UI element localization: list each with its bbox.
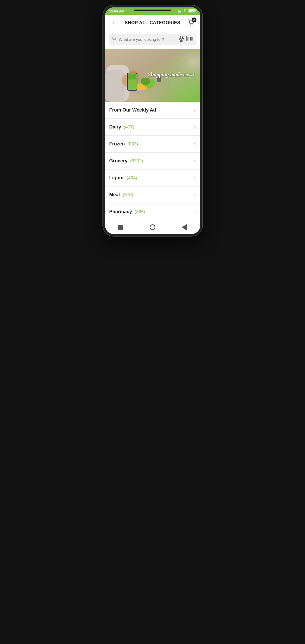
svg-rect-33 — [105, 70, 125, 102]
status-time: 12:04 AM — [109, 9, 124, 13]
category-count: (497) — [124, 125, 134, 130]
home-icon — [150, 224, 155, 230]
search-actions — [179, 36, 193, 43]
hero-banner: Shopping made easy! — [105, 49, 200, 102]
chevron-right-icon: › — [194, 209, 196, 215]
category-left: Frozen (883) — [109, 141, 138, 147]
category-left: Liquor (494) — [109, 175, 137, 181]
back-icon — [182, 224, 187, 230]
category-item-weekly-ad[interactable]: From Our Weekly Ad › — [105, 102, 200, 119]
category-left: From Our Weekly Ad — [109, 107, 156, 113]
svg-rect-38 — [128, 74, 136, 79]
search-input[interactable] — [119, 37, 177, 42]
category-name: Meat — [109, 192, 120, 198]
svg-point-4 — [190, 25, 191, 26]
chevron-right-icon: › — [194, 124, 196, 130]
phone-notch — [134, 10, 171, 11]
search-icon — [112, 36, 117, 42]
svg-point-30 — [141, 78, 150, 85]
category-item-pharmacy[interactable]: Pharmacy (825) › — [105, 203, 200, 220]
category-item-grocery[interactable]: Grocery (6332) › — [105, 153, 200, 170]
svg-rect-7 — [180, 36, 182, 39]
category-count: (825) — [135, 209, 145, 215]
chevron-right-icon: › — [194, 107, 196, 113]
category-item-meat[interactable]: Meat (570) › — [105, 186, 200, 203]
hero-text: Shopping made easy! — [148, 72, 195, 78]
cart-button[interactable]: 2 — [186, 18, 196, 28]
category-item-liquor[interactable]: Liquor (494) › — [105, 170, 200, 186]
cart-badge: 2 — [192, 17, 196, 22]
chevron-right-icon: › — [194, 192, 196, 198]
category-name: Grocery — [109, 158, 128, 164]
category-left: Pharmacy (825) — [109, 209, 145, 215]
category-item-frozen[interactable]: Frozen (883) › — [105, 136, 200, 153]
svg-point-5 — [192, 25, 193, 26]
search-bar — [109, 34, 196, 45]
microphone-icon[interactable] — [179, 36, 184, 43]
category-count: (883) — [128, 141, 138, 147]
status-icons: ▣ 100 — [178, 9, 196, 14]
category-name: Dairy — [109, 124, 121, 130]
category-item-dairy[interactable]: Dairy (497) › — [105, 119, 200, 136]
category-name: Frozen — [109, 141, 125, 147]
chevron-right-icon: › — [194, 158, 196, 164]
page-title: SHOP ALL CATEGORIES — [119, 20, 186, 25]
category-name: From Our Weekly Ad — [109, 107, 156, 113]
wifi-icon — [183, 9, 187, 13]
back-button[interactable]: ‹ — [109, 18, 119, 28]
battery-icon: 100 — [189, 9, 196, 14]
signal-icon: ▣ — [178, 9, 181, 13]
status-bar: 12:04 AM ▣ 100 — [105, 7, 200, 15]
bottom-nav — [105, 220, 200, 234]
stop-icon — [118, 225, 123, 230]
svg-text:100: 100 — [190, 10, 194, 12]
chevron-right-icon: › — [194, 175, 196, 181]
back-arrow-icon: ‹ — [113, 19, 115, 26]
category-left: Dairy (497) — [109, 124, 134, 130]
search-container — [105, 31, 200, 49]
chevron-right-icon: › — [194, 141, 196, 147]
category-count: (570) — [123, 192, 133, 198]
categories-list: From Our Weekly Ad › Dairy (497) › Froze… — [105, 102, 200, 220]
category-left: Meat (570) — [109, 192, 133, 198]
phone-frame: 12:04 AM ▣ 100 — [103, 5, 202, 236]
nav-stop-button[interactable] — [115, 221, 127, 233]
nav-back-button[interactable] — [178, 221, 190, 233]
header: ‹ SHOP ALL CATEGORIES 2 — [105, 15, 200, 31]
barcode-scanner-icon[interactable] — [186, 36, 193, 43]
svg-rect-1 — [195, 10, 196, 11]
category-name: Pharmacy — [109, 209, 132, 215]
category-count: (494) — [127, 175, 137, 181]
nav-home-button[interactable] — [147, 221, 158, 233]
category-name: Liquor — [109, 175, 124, 181]
category-count: (6332) — [130, 158, 143, 164]
category-left: Grocery (6332) — [109, 158, 143, 164]
